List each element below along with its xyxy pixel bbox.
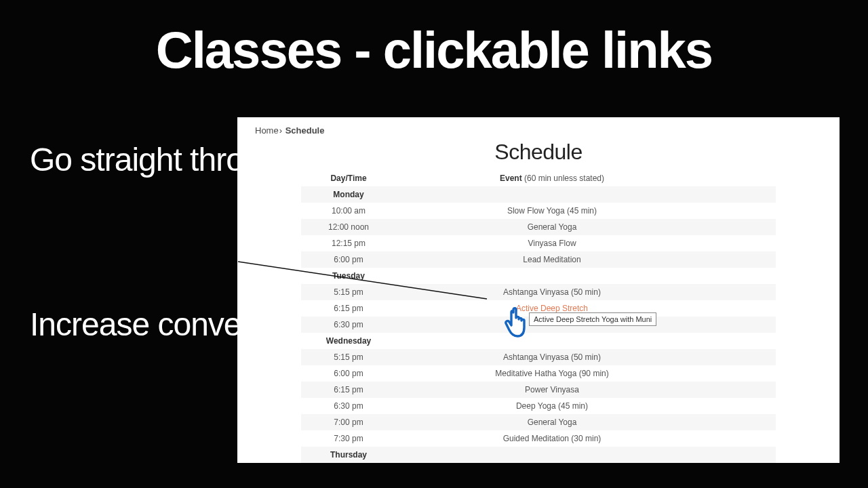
table-row: 6:30 pmDeep Yoga (45 min) <box>301 398 776 414</box>
event-cell: Ashtanga Vinyasa (50 min) <box>396 352 708 362</box>
header-event-note: (60 min unless stated) <box>522 174 604 183</box>
time-cell: 7:30 pm <box>301 434 396 443</box>
event-cell: Meditative Hatha Yoga (90 min) <box>396 369 708 378</box>
time-cell: 5:15 pm <box>301 287 396 297</box>
table-row: 6:00 pmMeditative Hatha Yoga (90 min) <box>301 365 776 382</box>
schedule-screenshot: Home› Schedule Schedule Day/Time Event (… <box>237 117 840 463</box>
header-event-strong: Event <box>500 174 522 183</box>
event-cell: Slow Flow Yoga (45 min) <box>396 206 708 216</box>
time-cell: 7:00 pm <box>301 418 396 427</box>
chevron-right-icon: › <box>279 125 282 136</box>
time-cell: 6:00 pm <box>301 369 396 378</box>
table-row: 12:00 noonGeneral Yoga <box>301 219 776 235</box>
time-cell: 6:30 pm <box>301 320 396 329</box>
time-cell: 12:15 pm <box>301 239 396 248</box>
table-row: 7:30 pmGuided Meditation (30 min) <box>301 430 776 447</box>
page-title: Schedule <box>237 140 840 165</box>
header-day-time: Day/Time <box>301 174 396 183</box>
table-row: 6:00 pmLead Meditation <box>301 251 776 268</box>
event-cell: General Yoga <box>396 222 708 232</box>
day-label: Thursday <box>301 450 396 460</box>
table-row: 10:00 amSlow Flow Yoga (45 min) <box>301 203 776 219</box>
day-label: Monday <box>301 190 396 199</box>
time-cell: 6:30 pm <box>301 401 396 411</box>
table-day-row: Monday <box>301 186 776 203</box>
event-cell: General Yoga <box>396 418 708 427</box>
time-cell: 10:00 am <box>301 206 396 216</box>
event-cell: Lead Meditation <box>396 255 708 264</box>
day-label: Wednesday <box>301 336 396 346</box>
table-row: 5:15 pmAshtanga Vinyasa (50 min) <box>301 349 776 365</box>
table-day-row: Thursday <box>301 447 776 463</box>
time-cell: 12:00 noon <box>301 222 396 232</box>
day-label: Tuesday <box>301 271 396 281</box>
event-cell: Vinyasa Flow <box>396 239 708 248</box>
header-event: Event (60 min unless stated) <box>396 174 708 183</box>
table-day-row: Wednesday <box>301 333 776 349</box>
time-cell: 5:15 pm <box>301 352 396 362</box>
tooltip: Active Deep Stretch Yoga with Muni <box>529 312 656 326</box>
class-link[interactable]: Active Deep Stretch <box>516 304 588 313</box>
event-cell: Power Vinyasa <box>396 385 708 394</box>
breadcrumb: Home› Schedule <box>237 117 840 138</box>
event-cell[interactable]: Active Deep Stretch <box>396 304 708 313</box>
table-row: 7:00 pmGeneral Yoga <box>301 414 776 430</box>
table-row: 5:15 pmAshtanga Vinyasa (50 min) <box>301 284 776 300</box>
event-cell: Guided Meditation (30 min) <box>396 434 708 443</box>
time-cell: 6:15 pm <box>301 304 396 313</box>
time-cell: 6:00 pm <box>301 255 396 264</box>
event-cell: Deep Yoga (45 min) <box>396 401 708 411</box>
breadcrumb-current: Schedule <box>285 125 325 136</box>
table-day-row: Tuesday <box>301 268 776 284</box>
table-row: 6:15 pmPower Vinyasa <box>301 382 776 398</box>
slide-title: Classes - clickable links <box>0 20 868 79</box>
table-header-row: Day/Time Event (60 min unless stated) <box>301 170 776 186</box>
breadcrumb-home[interactable]: Home <box>255 125 279 136</box>
event-cell: Ashtanga Vinyasa (50 min) <box>396 287 708 297</box>
time-cell: 6:15 pm <box>301 385 396 394</box>
table-row: 12:15 pmVinyasa Flow <box>301 235 776 251</box>
